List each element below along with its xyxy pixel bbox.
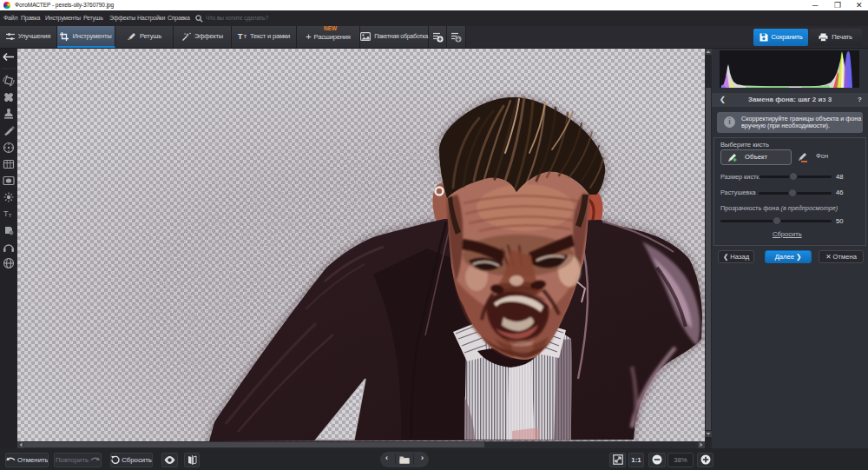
svg-text:т: т xyxy=(9,212,12,218)
